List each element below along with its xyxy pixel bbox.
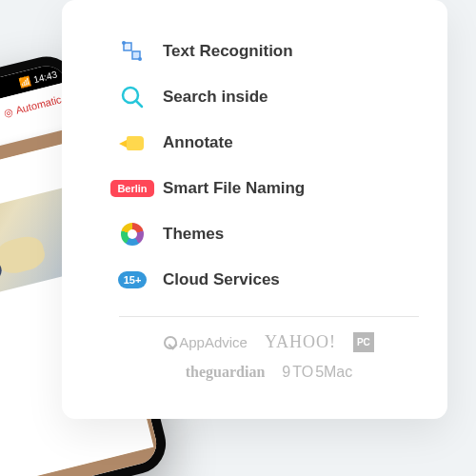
logo-guardian: theguardian: [186, 364, 266, 381]
badge-text: Berlin: [110, 180, 153, 197]
badge-text: 15+: [118, 271, 148, 288]
text-recognition-icon: [119, 38, 146, 65]
svg-line-5: [136, 101, 142, 107]
status-time: 14:43: [32, 69, 58, 85]
feature-cloud-services: 15+ Cloud Services: [119, 267, 419, 293]
svg-point-3: [138, 57, 142, 61]
feature-text-recognition: Text Recognition: [119, 38, 419, 65]
feature-annotate: Annotate: [119, 129, 419, 156]
feature-label: Themes: [163, 225, 224, 244]
highlighter-icon: [119, 129, 146, 156]
divider: [119, 316, 419, 317]
logo-appadvice: AppAdvice: [164, 332, 248, 352]
feature-card: Text Recognition Search inside Annotate …: [62, 0, 447, 419]
cloud-count-badge-icon: 15+: [119, 267, 146, 293]
berlin-badge-icon: Berlin: [119, 175, 146, 202]
svg-point-2: [122, 41, 126, 45]
feature-label: Cloud Services: [163, 270, 280, 289]
automatic-label: Automatic: [14, 93, 62, 115]
feature-label: Text Recognition: [163, 42, 293, 61]
logo-9to5mac: 9TO5Mac: [282, 364, 352, 381]
logo-yahoo: YAHOO!: [265, 332, 336, 352]
feature-label: Annotate: [163, 133, 233, 152]
feature-label: Smart File Naming: [163, 179, 305, 198]
automatic-toggle[interactable]: ◎ Automatic: [3, 93, 63, 120]
feature-smart-file-naming: Berlin Smart File Naming: [119, 175, 419, 202]
feature-search-inside: Search inside: [119, 84, 419, 110]
signal-icon: 📶: [17, 75, 30, 89]
feature-label: Search inside: [163, 88, 268, 107]
press-logos: AppAdvice YAHOO! PC theguardian 9TO5Mac: [119, 332, 419, 381]
search-icon: [119, 84, 146, 110]
feature-list: Text Recognition Search inside Annotate …: [119, 38, 419, 293]
themes-icon: [119, 221, 146, 248]
target-icon: ◎: [3, 105, 15, 119]
logo-pcmag: PC: [353, 332, 374, 352]
feature-themes: Themes: [119, 221, 419, 248]
